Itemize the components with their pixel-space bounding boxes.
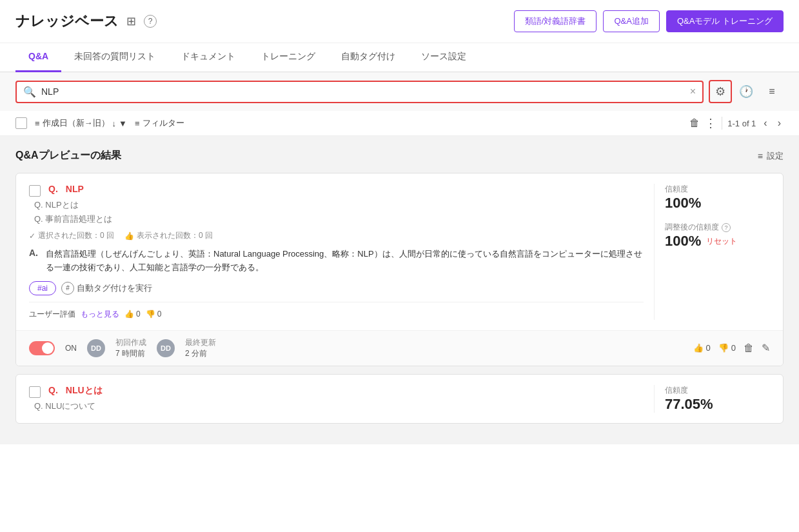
footer-right: 👍 0 👎 0 🗑 ✎ xyxy=(693,342,770,354)
q-label: Q. xyxy=(48,184,58,194)
tab-qa[interactable]: Q&A xyxy=(15,43,61,72)
sub-question-1: Q. NLPとは xyxy=(29,199,644,211)
created-author-info: 初回作成 7 時間前 xyxy=(115,337,146,359)
filter-bar-left: ≡ 作成日（新→旧） ↓ ▼ ≡ フィルター xyxy=(15,117,689,129)
question-main-text: NLP xyxy=(66,184,84,194)
confidence-label-2: 信頼度 xyxy=(665,385,770,396)
tag-ai[interactable]: #ai xyxy=(29,281,56,295)
pagination-label: 1-1 of 1 xyxy=(727,119,756,128)
tab-document[interactable]: ドキュメント xyxy=(168,43,248,72)
sort-arrow-down: ↓ xyxy=(112,119,117,128)
shown-count: 👍 表示された回数：0 回 xyxy=(124,230,213,241)
adjusted-confidence-section: 調整後の信頼度 ? 100% リセット xyxy=(665,222,770,250)
sort-label: 作成日（新→旧） xyxy=(43,117,110,129)
downvote-item: 👎 0 xyxy=(146,310,162,319)
add-qa-button[interactable]: Q&A追加 xyxy=(603,10,659,32)
thumb-icon: 👍 xyxy=(124,232,134,241)
more-link[interactable]: もっと見る xyxy=(81,309,119,320)
tab-auto-tag[interactable]: 自動タグ付け xyxy=(328,43,408,72)
footer-edit-button[interactable]: ✎ xyxy=(762,342,770,354)
preview-header: Q&Aプレビューの結果 ≡ 設定 xyxy=(15,149,784,163)
footer-downvote-icon[interactable]: 👎 xyxy=(718,343,729,353)
selected-count: ✓ 選択された回数：0 回 xyxy=(29,230,114,241)
currency-icon[interactable]: ⊞ xyxy=(126,14,136,28)
search-icon: 🔍 xyxy=(23,86,36,98)
train-model-button[interactable]: Q&Aモデル トレーニング xyxy=(666,10,784,32)
toggle-on-switch[interactable] xyxy=(29,341,55,355)
qa-checkbox-2[interactable] xyxy=(29,386,41,398)
qa-card-2-body: Q. NLUとは Q. NLUについて 信頼度 77.05% xyxy=(16,375,783,423)
header-actions: 類語/対義語辞書 Q&A追加 Q&Aモデル トレーニング xyxy=(514,10,784,32)
answer-text: 自然言語処理（しぜんげんごしょり、英語：Natural Language Pro… xyxy=(46,248,644,275)
thesaurus-button[interactable]: 類語/対義語辞書 xyxy=(514,10,597,32)
qa-card-2: Q. NLUとは Q. NLUについて 信頼度 77.05% xyxy=(15,374,784,424)
delete-icon[interactable]: 🗑 xyxy=(689,117,700,129)
updated-label: 最終更新 xyxy=(185,337,216,348)
updated-author-info: 最終更新 2 分前 xyxy=(185,337,216,359)
tab-unanswered[interactable]: 未回答の質問リスト xyxy=(61,43,168,72)
tags-row: #ai # 自動タグ付けを実行 xyxy=(29,281,644,295)
filter-button[interactable]: ≡ フィルター xyxy=(135,117,184,129)
tab-source-settings[interactable]: ソース設定 xyxy=(408,43,479,72)
sort-dropdown-icon[interactable]: ▼ xyxy=(119,119,127,128)
qa-card: Q. NLP Q. NLPとは Q. 事前言語処理とは ✓ 選択された回数：0 … xyxy=(15,173,784,366)
question-main-text-2: NLUとは xyxy=(66,385,103,397)
confidence-section-2: 信頼度 77.05% xyxy=(665,385,770,413)
qa-card-footer: ON DD 初回作成 7 時間前 DD 最終更新 2 分前 👍 0 👎 0 xyxy=(16,330,783,366)
qa-card-2-main: Q. NLUとは Q. NLUについて xyxy=(29,385,644,413)
auto-tag-button[interactable]: # 自動タグ付けを実行 xyxy=(61,282,152,295)
next-page-button[interactable]: › xyxy=(775,116,784,130)
preview-title: Q&Aプレビューの結果 xyxy=(15,149,121,163)
filter-bar-right: 🗑 ⋮ 1-1 of 1 ‹ › xyxy=(689,116,784,130)
preview-settings-button[interactable]: ≡ 設定 xyxy=(758,150,784,162)
created-label: 初回作成 xyxy=(115,337,146,348)
answer-row: A. 自然言語処理（しぜんげんごしょり、英語：Natural Language … xyxy=(29,248,644,275)
preview-section: Q&Aプレビューの結果 ≡ 設定 Q. NLP Q. NLPとは Q. 事前言語… xyxy=(0,136,799,444)
sub-question-2: Q. 事前言語処理とは xyxy=(29,213,644,225)
help-icon-small: ? xyxy=(722,223,731,232)
more-options-icon[interactable]: ⋮ xyxy=(705,116,716,130)
adjusted-confidence-value: 100% xyxy=(665,233,701,250)
footer-upvote: 👍 0 xyxy=(693,343,711,353)
filter-icon: ≡ xyxy=(135,119,140,128)
footer-upvote-icon[interactable]: 👍 xyxy=(693,343,704,353)
search-clear-icon[interactable]: × xyxy=(690,86,696,97)
sort-button[interactable]: ≡ 作成日（新→旧） ↓ ▼ xyxy=(35,117,127,129)
upvote-icon: 👍 xyxy=(124,310,134,319)
tab-training[interactable]: トレーニング xyxy=(248,43,328,72)
confidence-value-2: 77.05% xyxy=(665,396,770,413)
question-row-2: Q. NLUとは xyxy=(29,385,644,398)
prev-page-button[interactable]: ‹ xyxy=(761,116,769,130)
app-title: ナレッジベース xyxy=(15,12,119,31)
settings-icon: ≡ xyxy=(758,151,763,161)
footer-delete-button[interactable]: 🗑 xyxy=(744,342,754,354)
history-button[interactable]: 🕐 xyxy=(735,80,758,103)
sub-question-2-1: Q. NLUについて xyxy=(29,400,644,412)
qa-card-body: Q. NLP Q. NLPとは Q. 事前言語処理とは ✓ 選択された回数：0 … xyxy=(16,173,783,330)
header: ナレッジベース ⊞ ? 類語/対義語辞書 Q&A追加 Q&Aモデル トレーニング xyxy=(0,0,799,43)
filter-label: フィルター xyxy=(143,117,184,129)
pagination: 1-1 of 1 ‹ › xyxy=(727,116,784,130)
search-input-wrapper: 🔍 × xyxy=(15,81,704,103)
question-row: Q. NLP xyxy=(29,184,644,197)
search-area: 🔍 × ⚙ 🕐 ≡ xyxy=(0,72,799,111)
created-author-badge: DD xyxy=(87,339,105,357)
filter-options-button[interactable]: ≡ xyxy=(760,80,784,103)
select-all-checkbox[interactable] xyxy=(15,117,27,129)
qa-checkbox[interactable] xyxy=(29,185,41,197)
reset-link[interactable]: リセット xyxy=(706,236,737,247)
confidence-label: 信頼度 xyxy=(665,184,770,195)
auto-tag-icon: # xyxy=(61,282,74,295)
header-left: ナレッジベース ⊞ ? xyxy=(15,12,157,31)
updated-time: 2 分前 xyxy=(185,348,216,359)
confidence-section: 信頼度 100% xyxy=(665,184,770,212)
gear-settings-button[interactable]: ⚙ xyxy=(709,80,732,103)
filter-bar: ≡ 作成日（新→旧） ↓ ▼ ≡ フィルター 🗑 ⋮ 1-1 of 1 ‹ › xyxy=(0,111,799,136)
q-label-2: Q. xyxy=(48,385,58,395)
user-rating-row: ユーザー評価 もっと見る 👍 0 👎 0 xyxy=(29,302,644,320)
search-input[interactable] xyxy=(41,86,685,97)
sub-q-label-2: Q. 事前言語処理とは xyxy=(34,213,112,225)
created-time: 7 時間前 xyxy=(115,348,146,359)
help-icon[interactable]: ? xyxy=(144,15,157,28)
user-rating-label: ユーザー評価 xyxy=(29,309,75,320)
